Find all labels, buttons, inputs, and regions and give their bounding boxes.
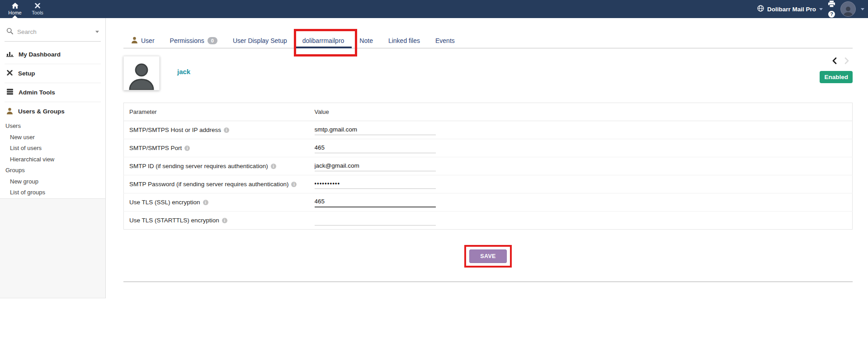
smtp-port-input[interactable] — [315, 143, 436, 153]
divider — [123, 282, 853, 282]
tls-starttls-input[interactable] — [315, 216, 436, 226]
info-icon[interactable]: i — [224, 127, 229, 133]
param-label-smtp-host: SMTP/SMTPS Host or IP address — [129, 127, 221, 133]
sidebar-item-my-dashboard[interactable]: My Dashboard — [0, 45, 105, 64]
search-input[interactable] — [17, 28, 91, 35]
tree-item-new-user[interactable]: New user — [5, 132, 105, 143]
topbar-right-cluster: Dolibarr Mail Pro ? — [757, 0, 868, 18]
param-label-tls-ssl: Use TLS (SSL) encryption — [129, 199, 200, 206]
caret-down-icon[interactable] — [861, 8, 864, 10]
tab-label: dolibarrmailpro — [302, 37, 344, 44]
sidebar-sections: My Dashboard Setup Admin Tools Users & G… — [0, 45, 105, 121]
caret-down-icon — [819, 8, 823, 10]
sidebar-item-label: Admin Tools — [19, 89, 55, 96]
smtp-host-input[interactable] — [315, 125, 436, 135]
sidebar-item-label: My Dashboard — [19, 51, 61, 58]
chevron-left-icon[interactable] — [832, 57, 837, 64]
column-header-parameter: Parameter — [124, 103, 309, 121]
tree-item-list-of-users[interactable]: List of users — [5, 143, 105, 154]
help-icon[interactable]: ? — [828, 11, 835, 18]
tree-item-hierarchical-view[interactable]: Hierarchical view — [5, 154, 105, 165]
globe-icon — [757, 5, 764, 13]
table-row: SMTP Password (if sending server require… — [124, 175, 853, 193]
server-icon — [6, 89, 14, 96]
table-header-row: Parameter Value — [124, 103, 853, 121]
sidebar-item-admin-tools[interactable]: Admin Tools — [0, 83, 105, 102]
tree-item-users[interactable]: Users — [5, 121, 105, 132]
sidebar-item-label: Setup — [18, 70, 35, 77]
home-icon — [12, 3, 19, 9]
user-icon — [131, 37, 138, 45]
tools-icon — [34, 3, 41, 9]
user-name-link[interactable]: jack — [177, 68, 190, 75]
topbar-menu-home[interactable]: Home — [4, 0, 26, 18]
tab-events[interactable]: Events — [428, 33, 462, 48]
table-row: Use TLS (SSL) encryptioni — [124, 193, 853, 212]
tab-user[interactable]: User — [123, 33, 162, 48]
save-area: SAVE — [123, 245, 853, 268]
info-icon[interactable]: i — [291, 182, 297, 187]
info-icon[interactable]: i — [203, 200, 208, 205]
tab-note[interactable]: Note — [352, 33, 381, 48]
smtp-id-input[interactable] — [315, 161, 436, 171]
info-icon[interactable]: i — [271, 164, 276, 169]
tab-label: Permissions — [170, 37, 204, 44]
sidebar: My Dashboard Setup Admin Tools Users & G… — [0, 18, 106, 298]
tree-item-new-group[interactable]: New group — [5, 176, 105, 188]
topbar: Home Tools Dolibarr Mail Pro ? — [0, 0, 868, 18]
table-row: Use TLS (STARTTLS) encryptioni — [124, 212, 853, 230]
tls-ssl-input[interactable] — [315, 197, 436, 207]
column-header-value: Value — [309, 103, 853, 121]
annotation-box-save: SAVE — [464, 245, 512, 268]
tab-label: User — [141, 37, 155, 44]
tab-label: Events — [435, 37, 455, 44]
topbar-menu-tools-label: Tools — [32, 10, 43, 15]
save-button[interactable]: SAVE — [469, 249, 507, 263]
topbar-menu-home-label: Home — [8, 10, 21, 15]
chevron-right-icon[interactable] — [844, 57, 849, 64]
topbar-menus: Home Tools — [0, 0, 49, 18]
param-label-smtp-id: SMTP ID (if sending server requires auth… — [129, 163, 268, 169]
tree-item-groups[interactable]: Groups — [5, 165, 105, 176]
record-navigation — [832, 57, 849, 64]
smtp-settings-table: Parameter Value SMTP/SMTPS Host or IP ad… — [123, 103, 853, 230]
user-banner: jack Enabled — [123, 56, 853, 90]
main-content: User Permissions 0 User Display Setup do… — [106, 18, 868, 282]
table-row: SMTP ID (if sending server requires auth… — [124, 157, 853, 175]
smtp-password-input[interactable] — [315, 179, 436, 189]
table-row: SMTP/SMTPS Host or IP addressi — [124, 121, 853, 139]
sidebar-search-row — [5, 18, 101, 42]
param-label-smtp-port: SMTP/SMTPS Port — [129, 145, 182, 151]
tab-dolibarrmailpro[interactable]: dolibarrmailpro — [295, 33, 352, 48]
tab-label: Note — [359, 37, 373, 44]
sidebar-item-setup[interactable]: Setup — [0, 64, 105, 83]
param-label-tls-starttls: Use TLS (STARTTLS) encryption — [129, 217, 219, 224]
app-title-label: Dolibarr Mail Pro — [767, 6, 816, 13]
topbar-menu-tools[interactable]: Tools — [26, 0, 49, 18]
permissions-count-badge: 0 — [208, 37, 217, 44]
tab-user-display-setup[interactable]: User Display Setup — [225, 33, 295, 48]
param-label-smtp-password: SMTP Password (if sending server require… — [129, 181, 288, 188]
topbar-utility-stack: ? — [828, 0, 835, 18]
user-icon — [6, 108, 13, 116]
sidebar-item-users-groups[interactable]: Users & Groups — [0, 102, 105, 121]
info-icon[interactable]: i — [222, 218, 227, 223]
tab-linked-files[interactable]: Linked files — [381, 33, 428, 48]
person-silhouette-icon — [842, 5, 854, 16]
tree-item-list-of-groups[interactable]: List of groups — [5, 187, 105, 198]
dashboard-icon — [6, 51, 14, 58]
search-caret-icon[interactable] — [95, 31, 99, 33]
person-silhouette-icon — [128, 62, 155, 90]
table-row: SMTP/SMTPS Porti — [124, 139, 853, 157]
printer-icon[interactable] — [828, 0, 835, 9]
topbar-user-avatar[interactable] — [840, 1, 856, 17]
info-icon[interactable]: i — [184, 146, 190, 151]
tab-label: Linked files — [388, 37, 420, 44]
status-badge: Enabled — [820, 71, 853, 83]
user-photo[interactable] — [123, 56, 160, 90]
app-title[interactable]: Dolibarr Mail Pro — [757, 5, 823, 13]
wrench-icon — [6, 70, 13, 77]
search-icon — [6, 28, 13, 36]
tab-bar: User Permissions 0 User Display Setup do… — [123, 33, 853, 48]
tab-permissions[interactable]: Permissions 0 — [162, 33, 225, 48]
